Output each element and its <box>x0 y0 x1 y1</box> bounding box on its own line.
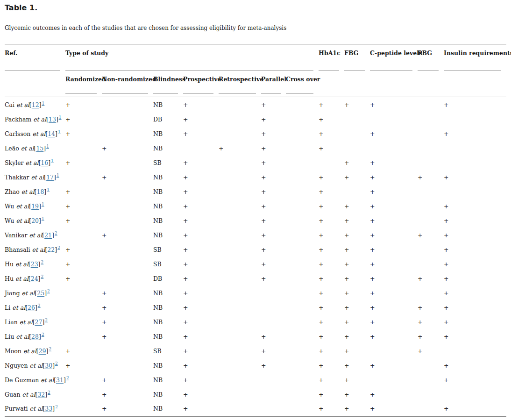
cell-parallel: + <box>261 358 286 373</box>
cohort-superscript-link[interactable]: 2 <box>49 347 51 351</box>
reference-link[interactable]: 33 <box>45 405 52 412</box>
cohort-superscript-link[interactable]: 2 <box>45 318 48 322</box>
cell-fbg: + <box>344 199 370 214</box>
bracket-close: ] <box>39 203 41 210</box>
reference-link[interactable]: 25 <box>37 290 44 297</box>
table-row: Vanikar et al[21]2 + NB + + + + + + + <box>5 228 506 242</box>
cohort-superscript-link[interactable]: 1 <box>47 187 50 192</box>
bracket-close: ] <box>44 188 46 195</box>
table-row: Skyler et al[16]1 + SB + + + + <box>5 156 506 170</box>
cohort-superscript-link[interactable]: 1 <box>59 115 62 120</box>
cell-ref: Skyler et al[16]1 <box>5 156 65 170</box>
cohort-superscript-link[interactable]: 2 <box>55 231 57 235</box>
cell-parallel: + <box>261 242 286 257</box>
cohort-superscript-link[interactable]: 2 <box>55 361 58 366</box>
reference-link[interactable]: 21 <box>44 232 52 239</box>
cohort-superscript-link[interactable]: 2 <box>48 390 50 395</box>
col-header-c-peptide: C-peptide levels <box>370 44 418 71</box>
cell-blindness: NB <box>153 199 183 214</box>
cell-parallel: + <box>261 156 286 170</box>
cell-c-peptide <box>370 344 418 358</box>
cohort-superscript-link[interactable]: 1 <box>42 101 45 106</box>
study-author: Vanikar <box>5 232 27 239</box>
cell-retrospective <box>219 373 261 387</box>
reference-link[interactable]: 12 <box>32 101 39 108</box>
study-author: Moon <box>5 348 21 355</box>
cell-retrospective <box>219 271 261 286</box>
reference-link[interactable]: 22 <box>47 246 55 253</box>
cell-pbg <box>418 112 444 127</box>
col-header-prospective: Prospective <box>183 71 219 97</box>
cell-fbg: + <box>344 170 370 185</box>
cell-randomized <box>65 286 102 300</box>
bracket-close: ] <box>39 333 41 340</box>
reference-link[interactable]: 16 <box>41 159 48 166</box>
reference-link[interactable]: 20 <box>31 217 39 224</box>
cohort-superscript-link[interactable]: 1 <box>42 202 44 206</box>
reference-link[interactable]: 24 <box>31 275 38 282</box>
cell-ref: Wu et al[19]1 <box>5 199 65 214</box>
col-header-pbg: PBG <box>418 44 444 71</box>
cohort-superscript-link[interactable]: 2 <box>55 405 58 409</box>
cell-hba1c: + <box>319 170 344 185</box>
reference-link[interactable]: 26 <box>28 304 35 311</box>
reference-link[interactable]: 28 <box>31 333 39 340</box>
reference-link[interactable]: 32 <box>37 391 45 398</box>
cell-pbg: + <box>418 329 444 344</box>
cell-fbg: + <box>344 228 370 242</box>
cell-c-peptide: + <box>370 242 418 257</box>
reference-link[interactable]: 29 <box>39 348 46 355</box>
cohort-superscript-link[interactable]: 1 <box>46 144 49 149</box>
header-spacer <box>319 71 344 97</box>
cell-blindness: DB <box>153 112 183 127</box>
cell-c-peptide: + <box>370 300 418 315</box>
reference-link[interactable]: 31 <box>56 377 64 384</box>
column-underline <box>102 93 148 94</box>
cohort-superscript-link[interactable]: 2 <box>57 245 60 250</box>
cohort-superscript-link[interactable]: 1 <box>42 216 44 221</box>
reference-link[interactable]: 19 <box>31 203 39 210</box>
cohort-superscript-link[interactable]: 1 <box>58 129 61 134</box>
bracket-close: ] <box>46 348 49 355</box>
cell-pbg <box>418 387 444 402</box>
cell-ref: Thakkar et al[17]1 <box>5 170 65 185</box>
cohort-superscript-link[interactable]: 2 <box>42 332 44 337</box>
table-row: Nguyen et al[30]2 + NB + + + + + + <box>5 358 506 373</box>
cohort-superscript-link[interactable]: 2 <box>41 260 43 264</box>
cell-insulin: + <box>444 257 506 271</box>
reference-link[interactable]: 17 <box>46 174 54 181</box>
cohort-superscript-link[interactable]: 1 <box>51 158 54 163</box>
cohort-superscript-link[interactable]: 2 <box>66 376 69 380</box>
cell-retrospective <box>219 358 261 373</box>
cell-randomized: + <box>65 242 102 257</box>
cell-ref: Hu et al[23]2 <box>5 257 65 271</box>
cell-cross-over <box>286 97 319 112</box>
cell-randomized: + <box>65 271 102 286</box>
reference-link[interactable]: 13 <box>49 116 56 123</box>
cell-ref: Vanikar et al[21]2 <box>5 228 65 242</box>
bracket-close: ] <box>42 319 44 326</box>
reference-link[interactable]: 15 <box>36 145 43 152</box>
col-header-c-peptide-label: C-peptide levels <box>370 50 412 57</box>
cell-ref: Wu et al[20]1 <box>5 214 65 228</box>
cohort-superscript-link[interactable]: 1 <box>57 173 59 178</box>
cell-c-peptide: + <box>370 315 418 329</box>
cell-pbg <box>418 97 444 112</box>
column-underline <box>261 93 281 94</box>
reference-link[interactable]: 27 <box>35 319 43 326</box>
cell-cross-over <box>286 199 319 214</box>
reference-link[interactable]: 30 <box>45 362 52 369</box>
reference-link[interactable]: 23 <box>31 261 38 268</box>
cell-ref: Carlsson et al[14]1 <box>5 127 65 141</box>
cell-pbg: + <box>418 315 444 329</box>
cell-parallel: + <box>261 112 286 127</box>
cohort-superscript-link[interactable]: 2 <box>38 303 41 308</box>
cell-pbg <box>418 286 444 300</box>
cell-randomized: + <box>65 199 102 214</box>
cell-parallel <box>261 387 286 402</box>
cohort-superscript-link[interactable]: 2 <box>41 274 43 279</box>
header-row-sub: Randomized Non-randomized Blindness Pros… <box>5 71 506 97</box>
reference-link[interactable]: 14 <box>48 130 55 137</box>
reference-link[interactable]: 18 <box>36 188 44 195</box>
cohort-superscript-link[interactable]: 2 <box>47 289 50 293</box>
